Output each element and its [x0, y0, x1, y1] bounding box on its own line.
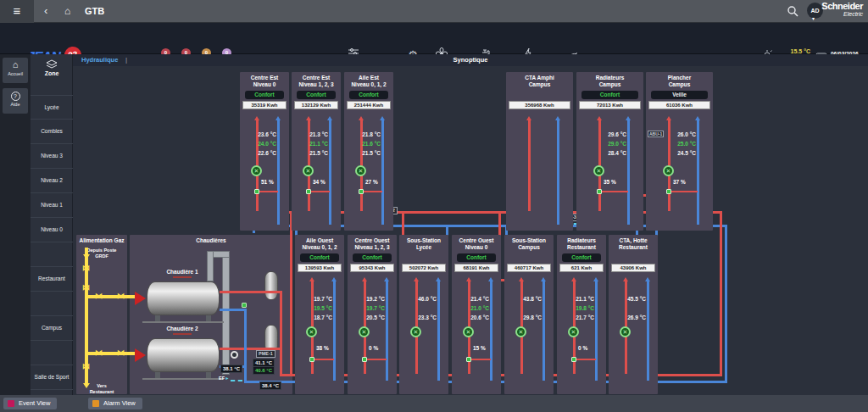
- temperature-value: 28.4 °C: [580, 150, 626, 158]
- zone-column-title: PlancherCampus: [646, 75, 713, 88]
- flow-arrow-icon: [526, 116, 531, 120]
- valve-opening-percent: 38 %: [316, 345, 329, 351]
- energy-counter-value: 68191 Kwh: [454, 264, 498, 272]
- hamburger-menu-icon[interactable]: ≡: [0, 0, 34, 23]
- flue-pipe: [207, 251, 214, 281]
- flow-arrow-icon: [597, 116, 602, 120]
- mode-status-badge: Confort: [353, 253, 392, 262]
- home-icon[interactable]: ⌂: [64, 0, 70, 23]
- sidebar-zone-niveau-1[interactable]: Niveau 1: [31, 193, 73, 218]
- temperature-value: 19.2 °C: [351, 296, 385, 303]
- control-valve-icon[interactable]: ✕: [463, 326, 474, 337]
- primary-sidebar: ⌂ Accueil ? Aide: [0, 54, 31, 395]
- cold-water-label-boiler: EF ▸: [219, 376, 228, 381]
- flow-arrow-icon: [254, 116, 259, 120]
- bypass-pipe: [574, 359, 596, 360]
- control-valve-icon[interactable]: ✕: [359, 326, 370, 337]
- control-valve-icon[interactable]: ✕: [251, 165, 262, 176]
- menu-bar: JEAN 23 0000 Synthèse des alarmes Confor…: [0, 23, 868, 54]
- zone-list: LycéeComblesNiveau 3Niveau 2Niveau 1Nive…: [31, 95, 73, 390]
- control-valve-icon[interactable]: ✕: [593, 165, 604, 176]
- status-bar: Event View Alarm View: [0, 395, 868, 412]
- temperature-value: 21.8 °C: [348, 131, 381, 139]
- zone-column-title: RadiateursRestaurant: [557, 237, 606, 251]
- search-icon[interactable]: [787, 5, 798, 17]
- return-pipe: [437, 281, 440, 381]
- zone-sidebar: Zone LycéeComblesNiveau 3Niveau 2Niveau …: [31, 54, 73, 395]
- bypass-pipe: [599, 191, 628, 192]
- control-valve-icon[interactable]: ✕: [410, 326, 421, 337]
- temperature-setpoint: 19.5 °C: [298, 305, 332, 313]
- return-pipe: [647, 281, 649, 381]
- bypass-pipe: [364, 359, 387, 360]
- flow-arrow-icon: [571, 277, 576, 281]
- energy-counter-value: 72013 Kwh: [579, 101, 641, 109]
- expansion-vessel: [264, 271, 278, 300]
- help-icon: ?: [3, 88, 28, 102]
- control-valve-icon[interactable]: ✕: [515, 326, 526, 337]
- sidebar-zone-combles[interactable]: Combles: [31, 120, 73, 144]
- gas-valve-icon: ⋈: [117, 292, 125, 299]
- flow-arrow-icon: [695, 116, 700, 120]
- flow-arrow-icon: [414, 277, 419, 281]
- flow-arrow-icon: [593, 277, 598, 281]
- alarm-view-button[interactable]: Alarm View: [88, 398, 142, 409]
- temperature-value: 19.7 °C: [298, 296, 332, 303]
- flow-arrow-icon: [541, 277, 546, 281]
- energy-counter-value: 251444 Kwh: [347, 101, 391, 109]
- sidebar-zone-header[interactable]: Zone: [31, 58, 73, 76]
- control-valve-icon[interactable]: ✕: [306, 326, 317, 337]
- bypass-pipe: [257, 191, 278, 192]
- energy-counter-value: 139593 Kwh: [298, 264, 342, 272]
- event-view-button[interactable]: Event View: [3, 398, 57, 409]
- supply-pipe: [528, 120, 531, 211]
- return-pipe: [627, 120, 630, 225]
- synoptic-column-panel: [506, 72, 573, 231]
- sidebar-zone-salle-de-sport[interactable]: Salle de Sport: [31, 365, 73, 390]
- flue-pipe: [222, 251, 230, 375]
- flow-arrow-icon: [306, 116, 311, 120]
- energy-counter-value: 61036 Kwh: [648, 101, 710, 109]
- sidebar-zone-lyc-e[interactable]: Lycée: [31, 95, 73, 120]
- avatar-caret-icon: ▾: [812, 15, 815, 21]
- small-valve-icon: [666, 189, 671, 194]
- energy-meter-pme1: PME-1: [256, 350, 275, 358]
- valve-opening-percent: 0 %: [578, 345, 587, 351]
- temperature-value: 26.9 °C: [612, 315, 646, 322]
- gas-valve-icon: ⋈: [82, 264, 90, 271]
- return-pipe: [490, 281, 492, 381]
- sidebar-zone-niveau-3[interactable]: Niveau 3: [31, 144, 73, 169]
- flow-arrow-icon: [331, 277, 337, 281]
- return-pipe: [697, 120, 699, 225]
- user-avatar[interactable]: AD: [807, 3, 823, 19]
- zone-column-title: Centre OuestNiveau 0: [452, 237, 501, 251]
- control-valve-icon[interactable]: ✕: [663, 165, 674, 176]
- flow-arrow-icon: [362, 277, 367, 281]
- temperature-setpoint: 19.7 °C: [351, 305, 385, 313]
- sidebar-zone-campus[interactable]: Campus: [31, 316, 73, 341]
- flow-arrow-icon: [384, 277, 389, 281]
- back-icon[interactable]: ‹: [44, 0, 47, 23]
- sidebar-zone-niveau-0[interactable]: Niveau 0: [31, 218, 73, 242]
- temperature-value: 46.0 °C: [403, 296, 437, 303]
- sidebar-item-aide[interactable]: ? Aide: [3, 88, 28, 114]
- sidebar-zone-restaurant[interactable]: Restaurant: [31, 267, 73, 292]
- zone-column-title: RadiateursCampus: [576, 75, 643, 88]
- energy-counter-value: 356968 Kwh: [509, 101, 570, 109]
- control-valve-icon[interactable]: ✕: [303, 165, 314, 176]
- alarm-view-icon: [92, 400, 99, 407]
- sidebar-zone-niveau-2[interactable]: Niveau 2: [31, 169, 73, 193]
- sidebar-item-accueil[interactable]: ⌂ Accueil: [3, 58, 28, 83]
- layers-icon: [46, 59, 58, 70]
- temperature-value: 21.5 °C: [348, 150, 381, 158]
- temperature-setpoint: 21.6 °C: [348, 141, 381, 148]
- control-valve-icon[interactable]: ✕: [355, 165, 366, 176]
- temperature-value: 23.3 °C: [403, 315, 437, 322]
- flow-arrow-icon: [380, 116, 385, 120]
- temperature-setpoint: 25.0 °C: [649, 141, 696, 148]
- control-valve-icon[interactable]: ✕: [568, 326, 579, 337]
- temperature-setpoint: 21.1 °C: [295, 141, 328, 148]
- small-valve-icon: [466, 357, 471, 362]
- control-valve-icon[interactable]: ✕: [620, 326, 631, 337]
- temperature-value: 21.7 °C: [560, 315, 594, 322]
